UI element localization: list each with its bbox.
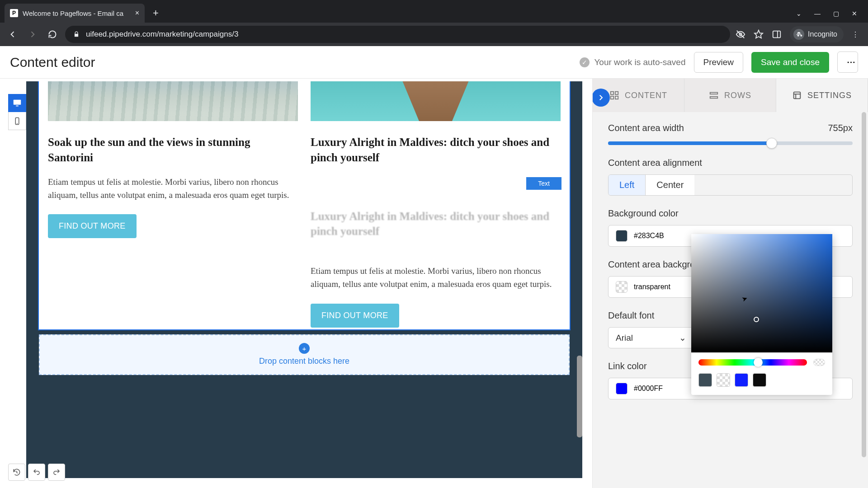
- mobile-view-button[interactable]: [8, 112, 26, 130]
- email-row[interactable]: Soak up the sun and the views in stunnin…: [39, 81, 570, 329]
- tab-settings[interactable]: SETTINGS: [776, 79, 868, 112]
- color-presets: [691, 371, 832, 389]
- svg-rect-13: [615, 96, 618, 99]
- incognito-icon: [793, 29, 804, 40]
- save-button[interactable]: Save and close: [751, 52, 829, 73]
- page-title: Content editor: [10, 55, 95, 70]
- setting-label: Content area alignment: [608, 158, 853, 168]
- reload-button[interactable]: [45, 27, 60, 42]
- back-button[interactable]: [5, 27, 20, 42]
- collapse-panel-button[interactable]: [592, 89, 610, 107]
- desktop-view-button[interactable]: [8, 94, 26, 112]
- lock-icon: [73, 31, 80, 38]
- window-controls: ⌄ ― ▢ ✕: [785, 10, 868, 23]
- browser-tab[interactable]: P Welcome to Pageflows - Email ca ×: [5, 4, 145, 23]
- tab-label: SETTINGS: [807, 91, 852, 100]
- preset-swatch[interactable]: [753, 373, 766, 387]
- panel-scrollbar[interactable]: [861, 112, 867, 487]
- editor-canvas-wrap: Soak up the sun and the views in stunnin…: [0, 79, 592, 488]
- panel-icon[interactable]: [772, 29, 782, 39]
- kebab-menu-icon[interactable]: ⋮: [852, 30, 859, 39]
- drop-zone[interactable]: + Drop content blocks here: [39, 334, 570, 375]
- plus-circle-icon: +: [299, 343, 310, 354]
- autosave-label: Your work is auto-saved: [594, 57, 685, 67]
- undo-button[interactable]: [28, 464, 45, 481]
- canvas-outer: Soak up the sun and the views in stunnin…: [26, 81, 582, 478]
- preset-swatch[interactable]: [735, 373, 748, 387]
- svg-marker-2: [755, 30, 763, 38]
- cta-button[interactable]: FIND OUT MORE: [311, 304, 399, 328]
- address-bar: uifeed.pipedrive.com/marketing/campaigns…: [0, 23, 868, 46]
- url-field[interactable]: uifeed.pipedrive.com/marketing/campaigns…: [65, 26, 730, 43]
- tab-label: CONTENT: [625, 91, 667, 100]
- picker-cursor: [754, 317, 759, 322]
- hero-image-santorini[interactable]: [48, 81, 298, 121]
- tab-title: Welcome to Pageflows - Email ca: [23, 9, 131, 17]
- card-body[interactable]: Etiam tempus ut felis at molestie. Morbi…: [311, 264, 561, 291]
- drop-zone-label: Drop content blocks here: [259, 357, 349, 366]
- hero-image-maldives[interactable]: [311, 81, 561, 121]
- block-type-badge: Text: [526, 177, 561, 190]
- favicon: P: [10, 9, 18, 17]
- minimize-icon[interactable]: ―: [814, 10, 821, 17]
- browser-tab-strip: P Welcome to Pageflows - Email ca × + ⌄ …: [0, 0, 868, 23]
- svg-rect-16: [794, 92, 801, 99]
- width-slider[interactable]: [608, 141, 853, 145]
- svg-rect-12: [611, 96, 613, 99]
- svg-rect-3: [773, 31, 781, 38]
- tab-rows[interactable]: ROWS: [684, 79, 776, 112]
- more-menu-button[interactable]: ⋯: [837, 52, 858, 73]
- setting-label: Content area width: [608, 123, 684, 133]
- svg-rect-5: [14, 100, 21, 105]
- hue-slider[interactable]: [698, 359, 807, 366]
- ghost-duplicate-text: Luxury Alright in Maldives: ditch your s…: [311, 209, 561, 239]
- chevron-down-icon[interactable]: ⌄: [796, 10, 802, 17]
- color-picker-canvas[interactable]: ➤: [691, 234, 832, 352]
- incognito-label: Incognito: [808, 30, 837, 38]
- autosave-status: ✓ Your work is auto-saved: [580, 57, 685, 67]
- align-left-button[interactable]: Left: [609, 175, 645, 195]
- color-value: transparent: [634, 283, 670, 291]
- new-tab-button[interactable]: +: [145, 7, 167, 23]
- preset-swatch[interactable]: [698, 373, 712, 387]
- eye-off-icon[interactable]: [736, 29, 745, 39]
- star-icon[interactable]: [754, 29, 764, 39]
- url-text: uifeed.pipedrive.com/marketing/campaigns…: [86, 30, 238, 39]
- card-title[interactable]: Soak up the sun and the views in stunnin…: [48, 135, 298, 165]
- close-window-icon[interactable]: ✕: [852, 10, 857, 17]
- card-body[interactable]: Etiam tempus ut felis at molestie. Morbi…: [48, 175, 298, 202]
- maximize-icon[interactable]: ▢: [833, 10, 839, 17]
- setting-alignment: Content area alignment Left Center: [608, 158, 853, 196]
- color-picker-popover: ➤: [691, 234, 832, 395]
- preview-button[interactable]: Preview: [694, 52, 744, 73]
- color-swatch: [616, 383, 627, 394]
- settings-panel: CONTENT ROWS SETTINGS Content area width…: [592, 79, 868, 488]
- svg-rect-15: [710, 97, 718, 99]
- history-button[interactable]: [8, 464, 25, 481]
- cursor-icon: ➤: [741, 294, 749, 303]
- close-tab-icon[interactable]: ×: [135, 9, 139, 17]
- setting-content-width: Content area width 755px: [608, 123, 853, 145]
- canvas-scrollbar[interactable]: [577, 226, 582, 442]
- color-swatch: [616, 281, 627, 293]
- color-swatch: [616, 230, 627, 242]
- incognito-badge[interactable]: Incognito: [790, 26, 844, 42]
- tab-label: ROWS: [724, 91, 751, 100]
- chevron-down-icon: ⌄: [679, 333, 686, 343]
- svg-rect-6: [16, 106, 19, 107]
- redo-button[interactable]: [48, 464, 65, 481]
- forward-button[interactable]: [25, 27, 40, 42]
- font-select[interactable]: Arial ⌄: [608, 327, 694, 348]
- alpha-toggle[interactable]: [813, 359, 825, 366]
- card-title[interactable]: Luxury Alright in Maldives: ditch your s…: [311, 135, 561, 165]
- app-header: Content editor ✓ Your work is auto-saved…: [0, 46, 868, 79]
- cta-button[interactable]: FIND OUT MORE: [48, 214, 137, 238]
- column-left[interactable]: Soak up the sun and the views in stunnin…: [48, 81, 298, 328]
- svg-rect-11: [615, 92, 618, 94]
- setting-label: Background color: [608, 208, 853, 219]
- preset-swatch[interactable]: [717, 373, 730, 387]
- svg-rect-10: [611, 92, 613, 94]
- align-center-button[interactable]: Center: [645, 175, 694, 195]
- column-right[interactable]: Luxury Alright in Maldives: ditch your s…: [311, 81, 561, 328]
- check-icon: ✓: [580, 57, 590, 67]
